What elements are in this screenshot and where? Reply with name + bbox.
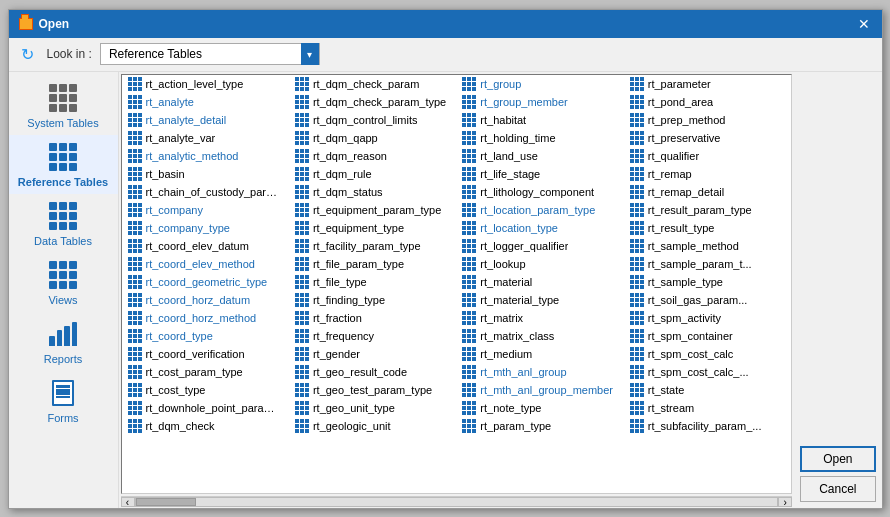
file-item[interactable]: rt_location_param_type — [456, 201, 623, 219]
file-item[interactable]: rt_pond_area — [624, 93, 791, 111]
file-item[interactable]: rt_basin — [122, 165, 289, 183]
file-table-icon — [630, 167, 644, 181]
scrollbar-thumb[interactable] — [136, 498, 196, 506]
file-item[interactable]: rt_equipment_param_type — [289, 201, 456, 219]
sidebar-item-forms[interactable]: Forms — [9, 371, 118, 430]
file-item[interactable]: rt_analytic_method — [122, 147, 289, 165]
file-item[interactable]: rt_preservative — [624, 129, 791, 147]
file-item[interactable]: rt_material_type — [456, 291, 623, 309]
open-button[interactable]: Open — [800, 446, 875, 472]
file-name: rt_dqm_qapp — [313, 132, 378, 144]
file-item[interactable]: rt_geo_test_param_type — [289, 381, 456, 399]
file-item[interactable]: rt_dqm_reason — [289, 147, 456, 165]
file-item[interactable]: rt_facility_param_type — [289, 237, 456, 255]
file-item[interactable]: rt_matrix — [456, 309, 623, 327]
file-item[interactable]: rt_remap_detail — [624, 183, 791, 201]
file-item[interactable]: rt_dqm_control_limits — [289, 111, 456, 129]
horizontal-scrollbar[interactable]: ‹ › — [121, 496, 793, 508]
file-item[interactable]: rt_cost_param_type — [122, 363, 289, 381]
scroll-left-button[interactable]: ‹ — [121, 497, 135, 507]
file-item[interactable]: rt_file_type — [289, 273, 456, 291]
file-item[interactable]: rt_param_type — [456, 417, 623, 435]
file-item[interactable]: rt_dqm_rule — [289, 165, 456, 183]
file-item[interactable]: rt_stream — [624, 399, 791, 417]
file-item[interactable]: rt_soil_gas_param... — [624, 291, 791, 309]
file-item[interactable]: rt_coord_type — [122, 327, 289, 345]
file-item[interactable]: rt_parameter — [624, 75, 791, 93]
close-button[interactable]: ✕ — [856, 16, 872, 32]
file-item[interactable]: rt_coord_verification — [122, 345, 289, 363]
file-item[interactable]: rt_geologic_unit — [289, 417, 456, 435]
file-item[interactable]: rt_frequency — [289, 327, 456, 345]
refresh-button[interactable]: ↻ — [17, 43, 39, 65]
file-item[interactable]: rt_dqm_check_param — [289, 75, 456, 93]
file-item[interactable]: rt_remap — [624, 165, 791, 183]
file-item[interactable]: rt_result_type — [624, 219, 791, 237]
sidebar-item-views[interactable]: Views — [9, 253, 118, 312]
file-item[interactable]: rt_dqm_qapp — [289, 129, 456, 147]
file-item[interactable]: rt_result_param_type — [624, 201, 791, 219]
file-table-icon — [462, 401, 476, 415]
scroll-right-button[interactable]: › — [778, 497, 792, 507]
file-item[interactable]: rt_life_stage — [456, 165, 623, 183]
file-item[interactable]: rt_analyte_var — [122, 129, 289, 147]
file-item[interactable]: rt_location_type — [456, 219, 623, 237]
file-item[interactable]: rt_group_member — [456, 93, 623, 111]
file-item[interactable]: rt_fraction — [289, 309, 456, 327]
file-item[interactable]: rt_sample_method — [624, 237, 791, 255]
file-item[interactable]: rt_lithology_component — [456, 183, 623, 201]
file-item[interactable]: rt_equipment_type — [289, 219, 456, 237]
file-item[interactable]: rt_spm_cost_calc — [624, 345, 791, 363]
file-item[interactable]: rt_matrix_class — [456, 327, 623, 345]
file-item[interactable]: rt_coord_elev_datum — [122, 237, 289, 255]
file-item[interactable]: rt_coord_horz_method — [122, 309, 289, 327]
file-item[interactable]: rt_sample_type — [624, 273, 791, 291]
file-item[interactable]: rt_subfacility_param_... — [624, 417, 791, 435]
file-item[interactable]: rt_company_type — [122, 219, 289, 237]
file-item[interactable]: rt_material — [456, 273, 623, 291]
file-item[interactable]: rt_spm_cost_calc_... — [624, 363, 791, 381]
file-item[interactable]: rt_mth_anl_group — [456, 363, 623, 381]
file-item[interactable]: rt_dqm_status — [289, 183, 456, 201]
file-item[interactable]: rt_coord_geometric_type — [122, 273, 289, 291]
file-item[interactable]: rt_geo_unit_type — [289, 399, 456, 417]
file-item[interactable]: rt_spm_container — [624, 327, 791, 345]
file-item[interactable]: rt_coord_elev_method — [122, 255, 289, 273]
file-item[interactable]: rt_dqm_check — [122, 417, 289, 435]
file-item[interactable]: rt_gender — [289, 345, 456, 363]
file-item[interactable]: rt_state — [624, 381, 791, 399]
file-item[interactable]: rt_finding_type — [289, 291, 456, 309]
sidebar-item-reference-tables[interactable]: Reference Tables — [9, 135, 118, 194]
scrollbar-track[interactable] — [135, 497, 779, 507]
file-item[interactable]: rt_action_level_type — [122, 75, 289, 93]
file-item[interactable]: rt_sample_param_t... — [624, 255, 791, 273]
file-item[interactable]: rt_land_use — [456, 147, 623, 165]
file-item[interactable]: rt_prep_method — [624, 111, 791, 129]
file-item[interactable]: rt_lookup — [456, 255, 623, 273]
file-item[interactable]: rt_analyte_detail — [122, 111, 289, 129]
file-item[interactable]: rt_mth_anl_group_member — [456, 381, 623, 399]
file-item[interactable]: rt_qualifier — [624, 147, 791, 165]
file-item[interactable]: rt_coord_horz_datum — [122, 291, 289, 309]
file-item[interactable]: rt_file_param_type — [289, 255, 456, 273]
file-item[interactable]: rt_group — [456, 75, 623, 93]
file-item[interactable]: rt_holding_time — [456, 129, 623, 147]
sidebar-item-data-tables[interactable]: Data Tables — [9, 194, 118, 253]
file-item[interactable]: rt_downhole_point_param_type — [122, 399, 289, 417]
file-item[interactable]: rt_habitat — [456, 111, 623, 129]
file-item[interactable]: rt_analyte — [122, 93, 289, 111]
file-item[interactable]: rt_logger_qualifier — [456, 237, 623, 255]
file-item[interactable]: rt_note_type — [456, 399, 623, 417]
sidebar-item-system-tables[interactable]: System Tables — [9, 76, 118, 135]
file-item[interactable]: rt_dqm_check_param_type — [289, 93, 456, 111]
file-item[interactable]: rt_cost_type — [122, 381, 289, 399]
file-name: rt_geologic_unit — [313, 420, 391, 432]
file-item[interactable]: rt_geo_result_code — [289, 363, 456, 381]
file-item[interactable]: rt_chain_of_custody_param_type — [122, 183, 289, 201]
file-item[interactable]: rt_company — [122, 201, 289, 219]
sidebar-item-reports[interactable]: Reports — [9, 312, 118, 371]
file-item[interactable]: rt_spm_activity — [624, 309, 791, 327]
file-item[interactable]: rt_medium — [456, 345, 623, 363]
cancel-button[interactable]: Cancel — [800, 476, 875, 502]
lookin-dropdown[interactable]: Reference Tables ▾ — [100, 43, 320, 65]
